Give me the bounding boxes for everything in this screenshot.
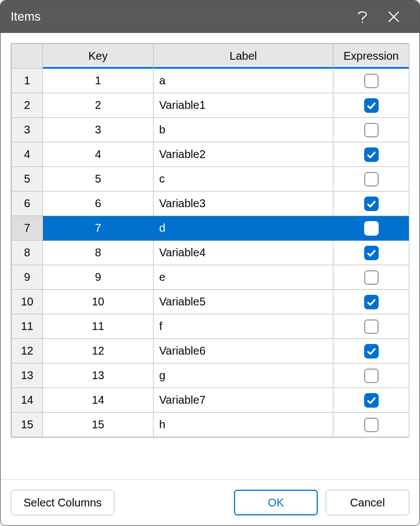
row-number-cell[interactable]: 15 <box>12 413 43 437</box>
expression-checkbox[interactable] <box>364 393 379 408</box>
close-button[interactable] <box>378 1 409 33</box>
expression-cell[interactable] <box>333 388 409 413</box>
row-number-cell[interactable]: 6 <box>12 192 43 216</box>
table-row[interactable]: 99e <box>12 265 409 290</box>
expression-checkbox[interactable] <box>364 123 379 137</box>
label-cell[interactable]: Variable4 <box>154 241 333 265</box>
column-header-expression[interactable]: Expression <box>333 44 409 69</box>
expression-cell[interactable] <box>333 192 409 216</box>
ok-button[interactable]: OK <box>234 490 318 515</box>
row-number-cell[interactable]: 10 <box>12 290 43 314</box>
help-button[interactable] <box>347 1 378 33</box>
row-number-cell[interactable]: 3 <box>12 118 43 142</box>
label-cell[interactable]: d <box>154 216 333 241</box>
label-cell[interactable]: Variable3 <box>154 192 333 216</box>
row-number-cell[interactable]: 1 <box>12 69 43 93</box>
key-cell[interactable]: 2 <box>43 93 154 118</box>
key-cell[interactable]: 3 <box>43 118 154 142</box>
row-number-cell[interactable]: 7 <box>12 216 43 241</box>
expression-checkbox[interactable] <box>364 295 379 309</box>
expression-checkbox[interactable] <box>364 344 379 358</box>
row-number-cell[interactable]: 11 <box>12 314 43 339</box>
table-row[interactable]: 55c <box>12 167 409 192</box>
label-cell[interactable]: b <box>154 118 333 142</box>
label-cell[interactable]: a <box>154 69 333 93</box>
expression-checkbox[interactable] <box>364 98 379 113</box>
table-row[interactable]: 44Variable2 <box>12 142 409 167</box>
expression-checkbox[interactable] <box>364 74 379 88</box>
expression-checkbox[interactable] <box>364 319 379 334</box>
label-cell[interactable]: h <box>154 413 333 437</box>
key-cell[interactable]: 14 <box>43 388 154 413</box>
expression-cell[interactable] <box>333 290 409 314</box>
expression-cell[interactable] <box>333 413 409 437</box>
key-cell[interactable]: 1 <box>43 69 154 93</box>
row-number-cell[interactable]: 5 <box>12 167 43 192</box>
table-row[interactable]: 1515h <box>12 413 409 437</box>
expression-cell[interactable] <box>333 364 409 388</box>
key-cell[interactable]: 6 <box>43 192 154 216</box>
row-number-cell[interactable]: 12 <box>12 339 43 364</box>
key-cell[interactable]: 15 <box>43 413 154 437</box>
expression-cell[interactable] <box>333 142 409 167</box>
key-cell[interactable]: 4 <box>43 142 154 167</box>
expression-checkbox[interactable] <box>364 369 379 383</box>
expression-checkbox[interactable] <box>364 270 379 285</box>
expression-checkbox[interactable] <box>364 172 379 187</box>
label-cell[interactable]: Variable5 <box>154 290 333 314</box>
table-row[interactable]: 88Variable4 <box>12 241 409 265</box>
key-cell[interactable]: 9 <box>43 265 154 290</box>
expression-checkbox[interactable] <box>364 147 379 162</box>
row-number-cell[interactable]: 14 <box>12 388 43 413</box>
select-columns-button[interactable]: Select Columns <box>11 490 114 515</box>
expression-checkbox[interactable] <box>364 246 379 260</box>
table-row[interactable]: 1010Variable5 <box>12 290 409 314</box>
expression-cell[interactable] <box>333 216 409 241</box>
row-number-cell[interactable]: 13 <box>12 364 43 388</box>
expression-cell[interactable] <box>333 339 409 364</box>
label-cell[interactable]: Variable7 <box>154 388 333 413</box>
label-cell[interactable]: Variable1 <box>154 93 333 118</box>
table-row[interactable]: 11a <box>12 69 409 93</box>
label-cell[interactable]: f <box>154 314 333 339</box>
expression-cell[interactable] <box>333 118 409 142</box>
expression-cell[interactable] <box>333 314 409 339</box>
key-cell[interactable]: 8 <box>43 241 154 265</box>
expression-cell[interactable] <box>333 265 409 290</box>
table-row[interactable]: 1111f <box>12 314 409 339</box>
table-row[interactable]: 1212Variable6 <box>12 339 409 364</box>
expression-checkbox[interactable] <box>364 221 379 236</box>
table-row[interactable]: 66Variable3 <box>12 192 409 216</box>
column-header-label[interactable]: Label <box>154 44 333 69</box>
key-cell[interactable]: 7 <box>43 216 154 241</box>
row-number-cell[interactable]: 8 <box>12 241 43 265</box>
cancel-button[interactable]: Cancel <box>326 490 409 515</box>
label-cell[interactable]: Variable2 <box>154 142 333 167</box>
expression-checkbox[interactable] <box>364 197 379 211</box>
key-cell[interactable]: 10 <box>43 290 154 314</box>
expression-cell[interactable] <box>333 69 409 93</box>
table-row[interactable]: 77d <box>12 216 409 241</box>
check-icon <box>366 101 376 111</box>
table-row[interactable]: 33b <box>12 118 409 142</box>
key-cell[interactable]: 13 <box>43 364 154 388</box>
row-number-cell[interactable]: 9 <box>12 265 43 290</box>
table-row[interactable]: 1313g <box>12 364 409 388</box>
label-cell[interactable]: g <box>154 364 333 388</box>
column-header-key[interactable]: Key <box>43 44 154 69</box>
expression-checkbox[interactable] <box>364 418 379 432</box>
table-row[interactable]: 22Variable1 <box>12 93 409 118</box>
key-cell[interactable]: 5 <box>43 167 154 192</box>
label-cell[interactable]: Variable6 <box>154 339 333 364</box>
expression-cell[interactable] <box>333 167 409 192</box>
row-number-cell[interactable]: 2 <box>12 93 43 118</box>
label-cell[interactable]: e <box>154 265 333 290</box>
row-number-cell[interactable]: 4 <box>12 142 43 167</box>
table-row[interactable]: 1414Variable7 <box>12 388 409 413</box>
label-cell[interactable]: c <box>154 167 333 192</box>
expression-cell[interactable] <box>333 93 409 118</box>
key-cell[interactable]: 11 <box>43 314 154 339</box>
expression-cell[interactable] <box>333 241 409 265</box>
key-cell[interactable]: 12 <box>43 339 154 364</box>
column-header-rownum[interactable] <box>12 44 43 69</box>
